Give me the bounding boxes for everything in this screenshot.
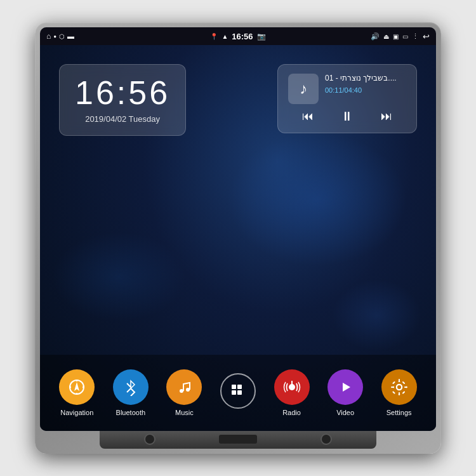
svg-rect-23 <box>402 391 405 394</box>
mount-circle-right <box>321 433 332 445</box>
app-item-music[interactable]: Music <box>166 369 202 416</box>
screen-icon: ▣ <box>393 33 399 40</box>
music-details: 01 - בשבילך נוצרתי.... 00:11/04:40 <box>325 74 406 94</box>
navigation-label: Navigation <box>60 409 93 416</box>
svg-rect-10 <box>232 390 236 395</box>
window-icon: ▭ <box>402 33 408 40</box>
app-item-settings[interactable]: Settings <box>381 369 417 416</box>
mount-center <box>219 435 257 444</box>
camera-icon: 📷 <box>257 32 266 41</box>
svg-rect-21 <box>402 381 405 385</box>
radio-label: Radio <box>282 409 301 416</box>
clock-time: 16:56 <box>75 76 170 109</box>
music-note-icon: ♪ <box>300 80 307 98</box>
svg-rect-17 <box>399 392 400 395</box>
svg-rect-19 <box>404 387 407 388</box>
main-screen: 16:56 2019/04/02 Tuesday ♪ 01 - בשבילך נ… <box>40 45 436 431</box>
volume-icon: 🔊 <box>371 32 380 41</box>
music-label: Music <box>175 409 194 416</box>
svg-marker-1 <box>74 382 79 391</box>
status-left: ⌂ ● ⬡ ▬ <box>46 32 210 41</box>
home-icon: ⌂ <box>46 32 51 41</box>
usb-icon: ⬡ <box>59 33 65 40</box>
svg-rect-8 <box>232 385 236 389</box>
app-item-navigation[interactable]: Navigation <box>59 369 95 416</box>
status-bar: ⌂ ● ⬡ ▬ 📍 ▲ 16:56 📷 🔊 ⏏ ▣ ▭ ⋮ ↩ <box>40 27 436 45</box>
app-bar: Navigation Bluetooth <box>40 355 436 431</box>
radio-icon <box>274 369 310 405</box>
svg-marker-13 <box>343 383 350 392</box>
battery-icon: ▬ <box>67 32 74 40</box>
more-icon: ⋮ <box>412 32 419 41</box>
music-album-art: ♪ <box>288 74 319 104</box>
bluetooth-icon <box>113 369 149 405</box>
settings-label: Settings <box>387 409 412 416</box>
music-widget[interactable]: ♪ 01 - בשבילך נוצרתי.... 00:11/04:40 ⏮ ⏸… <box>277 64 417 133</box>
location-icon: 📍 <box>210 33 218 40</box>
prev-button[interactable]: ⏮ <box>302 110 314 123</box>
svg-rect-20 <box>392 381 395 385</box>
app-item-apps[interactable] <box>220 373 256 413</box>
music-app-icon <box>166 369 202 405</box>
dot-icon: ● <box>53 34 56 39</box>
app-item-radio[interactable]: Radio <box>274 369 310 416</box>
screen-bezel: ⌂ ● ⬡ ▬ 📍 ▲ 16:56 📷 🔊 ⏏ ▣ ▭ ⋮ ↩ <box>40 27 436 431</box>
wifi-icon: ▲ <box>221 33 228 40</box>
svg-rect-18 <box>391 387 394 388</box>
bluetooth-label: Bluetooth <box>116 409 145 416</box>
music-duration: 00:11/04:40 <box>325 86 406 94</box>
clock-widget: 16:56 2019/04/02 Tuesday <box>59 64 186 136</box>
app-item-bluetooth[interactable]: Bluetooth <box>113 369 149 416</box>
app-item-video[interactable]: Video <box>327 369 363 416</box>
status-center: 📍 ▲ 16:56 📷 <box>210 32 265 41</box>
mount-circle-left <box>144 433 155 445</box>
video-icon <box>327 369 363 405</box>
device-mount <box>100 430 377 449</box>
apps-grid-icon <box>220 373 256 409</box>
pause-button[interactable]: ⏸ <box>341 109 354 124</box>
settings-icon <box>381 369 417 405</box>
navigation-icon <box>59 369 95 405</box>
music-info-row: ♪ 01 - בשבילך נוצרתי.... 00:11/04:40 <box>288 74 406 104</box>
car-head-unit: ⌂ ● ⬡ ▬ 📍 ▲ 16:56 📷 🔊 ⏏ ▣ ▭ ⋮ ↩ <box>35 22 441 454</box>
status-time: 16:56 <box>232 32 253 41</box>
music-title: 01 - בשבילך נוצרתי.... <box>325 74 406 84</box>
next-button[interactable]: ⏭ <box>381 110 392 123</box>
back-icon[interactable]: ↩ <box>423 32 430 41</box>
svg-rect-22 <box>392 391 395 394</box>
clock-date: 2019/04/02 Tuesday <box>75 114 170 124</box>
svg-rect-9 <box>237 385 242 389</box>
video-label: Video <box>336 409 354 416</box>
eject-icon: ⏏ <box>383 33 389 40</box>
music-controls: ⏮ ⏸ ⏭ <box>288 109 406 124</box>
svg-rect-16 <box>399 379 400 382</box>
status-right: 🔊 ⏏ ▣ ▭ ⋮ ↩ <box>266 32 430 41</box>
svg-rect-11 <box>237 390 242 395</box>
